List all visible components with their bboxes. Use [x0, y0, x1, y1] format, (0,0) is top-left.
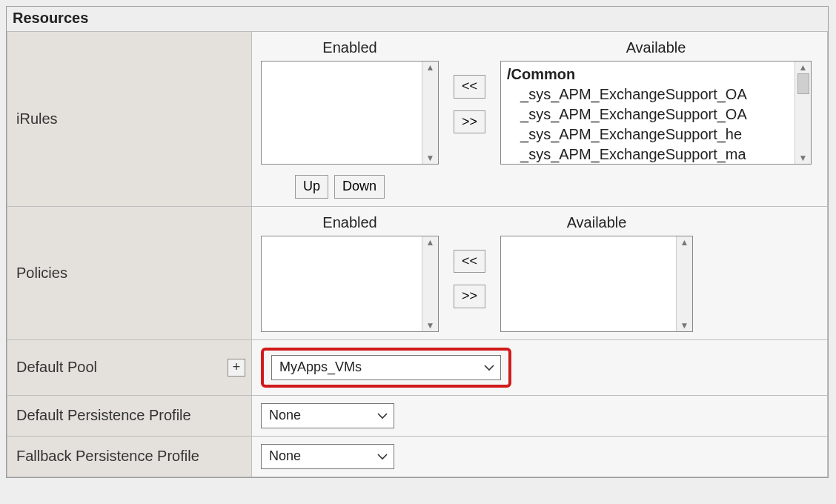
- default-pool-controls: MyApps_VMs: [252, 339, 828, 395]
- default-persistence-value: None: [269, 408, 301, 423]
- default-pool-value: MyApps_VMs: [279, 359, 362, 375]
- scrollbar[interactable]: ▲ ▼: [676, 236, 692, 331]
- row-default-persistence: Default Persistence Profile None: [7, 395, 828, 436]
- policies-enabled-column: Enabled ▲ ▼: [261, 214, 439, 332]
- row-default-pool: Default Pool + MyApps_VMs: [7, 339, 828, 395]
- fallback-persistence-controls: None: [252, 436, 828, 477]
- default-persistence-select[interactable]: None: [261, 403, 394, 428]
- label-policies: Policies: [7, 206, 252, 339]
- scroll-thumb[interactable]: [797, 73, 809, 94]
- irules-controls: Enabled ▲ ▼ << >: [252, 32, 828, 207]
- row-fallback-persistence: Fallback Persistence Profile None: [7, 436, 828, 477]
- label-irules: iRules: [7, 32, 252, 207]
- irules-move-buttons: << >>: [454, 75, 485, 133]
- chevron-down-icon: [484, 364, 494, 371]
- policies-available-column: Available ▲ ▼: [500, 214, 693, 332]
- irules-available-heading: Available: [626, 39, 686, 56]
- policies-enabled-listbox[interactable]: ▲ ▼: [261, 236, 439, 332]
- row-irules: iRules Enabled ▲ ▼: [7, 32, 828, 207]
- irules-available-listbox[interactable]: /Common _sys_APM_ExchangeSupport_OA _sys…: [500, 61, 812, 165]
- policies-controls: Enabled ▲ ▼ << >>: [252, 206, 828, 339]
- scroll-down-icon: ▼: [426, 321, 435, 330]
- irules-up-button[interactable]: Up: [295, 175, 328, 199]
- list-item[interactable]: _sys_APM_ExchangeSupport_he: [507, 125, 805, 145]
- scroll-up-icon: ▲: [426, 238, 435, 247]
- policies-move-right-button[interactable]: >>: [454, 285, 485, 308]
- policies-move-buttons: << >>: [454, 250, 485, 308]
- irules-available-group[interactable]: /Common: [507, 64, 805, 84]
- fallback-persistence-select[interactable]: None: [261, 444, 394, 469]
- add-pool-button[interactable]: +: [228, 359, 245, 377]
- irules-enabled-listbox[interactable]: ▲ ▼: [261, 61, 439, 165]
- policies-available-listbox[interactable]: ▲ ▼: [500, 236, 693, 332]
- default-persistence-controls: None: [252, 395, 828, 436]
- fallback-persistence-value: None: [269, 448, 301, 464]
- label-default-persistence: Default Persistence Profile: [7, 395, 252, 436]
- resources-table: iRules Enabled ▲ ▼: [7, 31, 828, 477]
- scroll-up-icon: ▲: [426, 63, 435, 72]
- scroll-down-icon: ▼: [680, 321, 689, 330]
- scrollbar[interactable]: ▲ ▼: [422, 62, 438, 164]
- section-title: Resources: [7, 7, 828, 31]
- scrollbar[interactable]: ▲ ▼: [794, 62, 811, 164]
- irules-available-column: Available /Common _sys_APM_ExchangeSuppo…: [500, 39, 812, 165]
- list-item[interactable]: _sys_APM_ExchangeSupport_OA: [507, 105, 805, 125]
- chevron-down-icon: [377, 412, 388, 420]
- policies-enabled-heading: Enabled: [322, 214, 376, 231]
- resources-panel: Resources iRules Enabled ▲: [6, 6, 829, 478]
- label-default-pool-text: Default Pool: [16, 359, 97, 375]
- list-item[interactable]: _sys_APM_ExchangeSupport_ma: [507, 145, 805, 165]
- scrollbar[interactable]: ▲ ▼: [422, 236, 438, 331]
- irules-move-right-button[interactable]: >>: [454, 110, 485, 134]
- policies-move-left-button[interactable]: <<: [454, 250, 485, 273]
- irules-reorder-buttons: Up Down: [261, 175, 818, 199]
- irules-down-button[interactable]: Down: [334, 175, 385, 199]
- policies-available-heading: Available: [567, 214, 627, 231]
- scroll-up-icon: ▲: [680, 238, 689, 247]
- default-pool-highlight: MyApps_VMs: [261, 348, 511, 388]
- default-pool-select[interactable]: MyApps_VMs: [271, 355, 501, 380]
- irules-enabled-column: Enabled ▲ ▼: [261, 39, 439, 165]
- list-item[interactable]: _sys_APM_ExchangeSupport_OA: [507, 84, 805, 105]
- irules-move-left-button[interactable]: <<: [454, 75, 485, 99]
- irules-enabled-heading: Enabled: [322, 39, 376, 56]
- row-policies: Policies Enabled ▲ ▼: [7, 206, 828, 339]
- label-default-pool: Default Pool +: [7, 339, 252, 395]
- label-fallback-persistence: Fallback Persistence Profile: [7, 436, 252, 477]
- scroll-down-icon: ▼: [799, 153, 808, 162]
- scroll-up-icon: ▲: [799, 63, 808, 72]
- scroll-down-icon: ▼: [426, 153, 435, 162]
- chevron-down-icon: [377, 453, 388, 460]
